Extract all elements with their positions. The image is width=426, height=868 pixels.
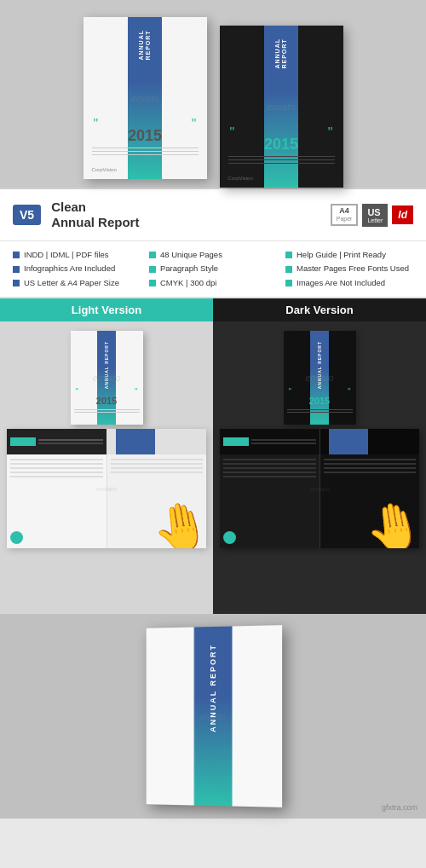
- dark-cover: ANNUALREPORT 2015 " " CorpVision envato: [220, 26, 343, 188]
- spread-header-right-dark: [320, 429, 420, 454]
- mini-lines-dark: [287, 409, 353, 414]
- quote-left-light: ": [94, 117, 99, 132]
- feature-item: CMYK | 300 dpi: [149, 278, 277, 288]
- spread-header-text: [38, 439, 103, 444]
- cover-lines-dark: [228, 156, 335, 166]
- cover-logo-light: CorpVision: [92, 167, 117, 172]
- content-line: [111, 467, 204, 469]
- badge-us-sub: Letter: [367, 217, 383, 223]
- mini-watermark-dark: envato: [305, 373, 333, 383]
- spread-page-left-light: [7, 429, 107, 548]
- feature-dot: [13, 280, 20, 286]
- content-line: [111, 463, 204, 465]
- dark-mini-cover: ANNUAL REPORT 2015 " " envato: [284, 331, 356, 425]
- spread-header-left: [7, 429, 106, 454]
- badge-id: Id: [392, 205, 413, 224]
- header-line: [38, 443, 103, 444]
- mini-year-dark: 2015: [309, 396, 330, 406]
- cover-year-light: 2015: [128, 127, 162, 145]
- content-line: [10, 472, 103, 473]
- badge-us-label: US: [367, 207, 380, 217]
- content-line-dark: [324, 463, 417, 465]
- dark-version-label: Dark Version: [213, 298, 426, 321]
- content-line-dark: [324, 467, 417, 469]
- green-circle-dark: [223, 531, 236, 544]
- quote-right-dark: ": [328, 125, 333, 141]
- feature-text: Images Are Not Included: [296, 278, 385, 288]
- cover-text-light: ANNUALREPORT: [138, 30, 151, 61]
- content-line-dark: [324, 459, 417, 460]
- feature-dot: [285, 252, 292, 258]
- badge-us: US Letter: [362, 204, 388, 227]
- versions-section: Light Version ANNUAL REPORT 2015 " " env…: [0, 298, 426, 614]
- dark-version-content: ANNUAL REPORT 2015 " " envato: [213, 324, 426, 614]
- blue-bar-dark: [329, 429, 369, 454]
- hand-icon-light: 🤚: [147, 495, 206, 548]
- spread-badge: [10, 437, 36, 446]
- cover-text-dark: ANNUALREPORT: [274, 38, 287, 69]
- mini-year-light: 2015: [96, 396, 117, 406]
- badge-a4: A4 Paper: [331, 204, 359, 226]
- content-line: [10, 476, 103, 477]
- content-line: [10, 463, 103, 465]
- content-line-dark: [223, 467, 316, 469]
- feature-dot: [285, 280, 292, 286]
- mini-lines-light: [74, 409, 140, 414]
- feature-text: CMYK | 300 dpi: [160, 278, 216, 288]
- dark-version-panel: Dark Version ANNUAL REPORT 2015 " " enva…: [213, 298, 426, 614]
- header-line-dark: [251, 439, 316, 441]
- watermark-dark: envato: [267, 101, 295, 112]
- feature-text: Infographics Are Included: [24, 263, 115, 274]
- mini-quote-l-dark: ": [289, 387, 292, 396]
- light-cover: ANNUALREPORT 2015 " " CorpVision envato: [83, 17, 207, 179]
- feature-item: Paragraph Style: [149, 263, 277, 274]
- blue-bar: [116, 429, 156, 454]
- title-block: Clean Annual Report: [51, 200, 139, 230]
- content-line-dark: [223, 463, 316, 465]
- content-line: [10, 459, 103, 460]
- info-bar: V5 Clean Annual Report A4 Paper US Lette…: [0, 189, 426, 241]
- spread-header-right: [107, 429, 207, 454]
- feature-text: 48 Unique Pages: [160, 250, 222, 260]
- content-line: [111, 472, 204, 473]
- feature-dot: [13, 266, 20, 273]
- spread-header-text-dark: [251, 439, 316, 444]
- spread-watermark-dark: envato: [309, 485, 330, 493]
- header-line-dark: [251, 443, 316, 444]
- mini-quote-r-dark: ": [348, 387, 351, 396]
- cover-logo-dark: CorpVision: [228, 176, 253, 181]
- feature-dot: [149, 280, 156, 286]
- spread-lines-right: [111, 459, 204, 476]
- version-badge: V5: [13, 205, 41, 225]
- mini-watermark-light: envato: [92, 373, 120, 383]
- feature-item: INDD | IDML | PDF files: [13, 250, 141, 260]
- content-line: [111, 459, 204, 460]
- top-preview-section: ANNUALREPORT 2015 " " CorpVision envato …: [0, 0, 426, 188]
- feature-text: US Letter & A4 Paper Size: [24, 278, 119, 288]
- feature-text: Help Guide | Print Ready: [296, 250, 386, 260]
- quote-left-dark: ": [230, 125, 235, 141]
- content-line-dark: [223, 472, 316, 473]
- cover-year-dark: 2015: [264, 136, 298, 153]
- content-line: [10, 467, 103, 469]
- mini-quote-l-light: ": [76, 387, 79, 396]
- light-version-panel: Light Version ANNUAL REPORT 2015 " " env…: [0, 298, 213, 614]
- feature-item: 48 Unique Pages: [149, 250, 277, 260]
- light-version-label: Light Version: [0, 298, 213, 321]
- feature-item: Infographics Are Included: [13, 263, 141, 274]
- feature-item: Images Are Not Included: [285, 278, 413, 288]
- feature-text: INDD | IDML | PDF files: [24, 250, 109, 260]
- spread-lines-left-dark: [223, 459, 316, 480]
- bottom-book: ANNUAL REPORT envato: [147, 625, 282, 807]
- feature-dot: [149, 266, 156, 273]
- spread-header-left-dark: [220, 429, 320, 454]
- feature-dot: [285, 266, 292, 273]
- cover-lines-light: [92, 148, 199, 158]
- feature-text: Paragraph Style: [160, 263, 218, 274]
- feature-dot: [149, 252, 156, 258]
- bottom-preview-section: ANNUAL REPORT envato gfxtra.com: [0, 614, 426, 819]
- spread-lines-right-dark: [324, 459, 417, 476]
- light-version-content: ANNUAL REPORT 2015 " " envato: [0, 324, 213, 614]
- feature-text: Master Pages Free Fonts Used: [296, 263, 409, 274]
- content-line-dark: [324, 472, 417, 473]
